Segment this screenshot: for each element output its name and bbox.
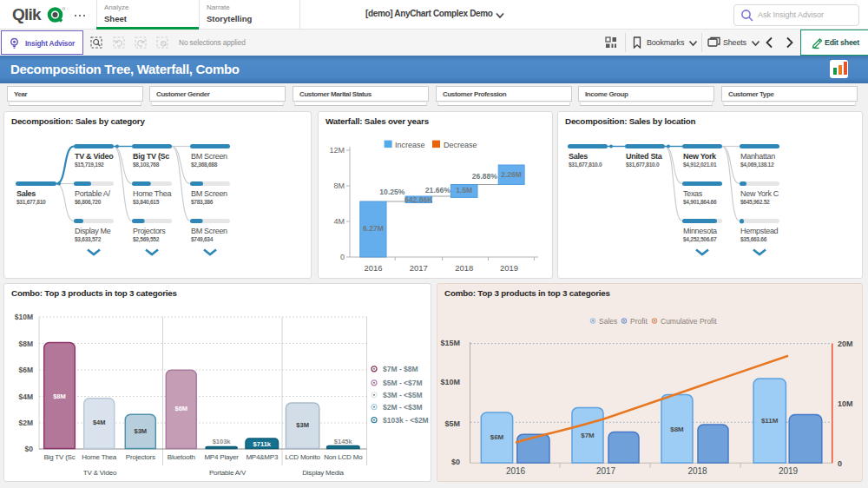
svg-text:Display Media: Display Media: [302, 469, 344, 477]
svg-text:2016: 2016: [364, 263, 382, 273]
svg-text:LCD Monito: LCD Monito: [285, 453, 320, 461]
svg-text:Non LCD Mo: Non LCD Mo: [324, 453, 363, 461]
svg-text:$6M: $6M: [175, 405, 188, 412]
svg-text:Projectors: Projectors: [126, 453, 155, 461]
svg-text:$645,962.52: $645,962.52: [740, 199, 770, 206]
svg-text:$6M: $6M: [18, 366, 33, 374]
svg-text:$8M: $8M: [670, 425, 684, 433]
svg-text:2019: 2019: [779, 466, 799, 476]
svg-text:$2M: $2M: [18, 419, 33, 427]
svg-text:$8M: $8M: [53, 392, 66, 400]
svg-text:Home Thea: Home Thea: [133, 189, 171, 198]
svg-text:2.26M: 2.26M: [501, 170, 522, 179]
svg-text:$103k - <$2M: $103k - <$2M: [383, 416, 429, 425]
svg-text:BM Screen: BM Screen: [191, 189, 227, 198]
svg-text:Texas: Texas: [683, 189, 703, 198]
svg-text:Bluetooth: Bluetooth: [168, 453, 195, 461]
svg-text:$5M - <$7M: $5M - <$7M: [383, 379, 423, 387]
svg-text:Big TV (Sc: Big TV (Sc: [43, 453, 75, 461]
svg-text:21.66%: 21.66%: [425, 186, 451, 195]
svg-text:$31,677,810.0: $31,677,810.0: [626, 162, 660, 168]
svg-text:2018: 2018: [687, 466, 707, 476]
svg-text:MP4 Player: MP4 Player: [204, 453, 239, 461]
svg-text:2017: 2017: [410, 263, 428, 273]
svg-text:TV & Video: TV & Video: [83, 469, 117, 477]
svg-text:$4,901,864.66: $4,901,864.66: [683, 199, 717, 206]
svg-text:BM Screen: BM Screen: [191, 152, 227, 161]
svg-text:20M: 20M: [838, 340, 853, 348]
svg-text:$4M: $4M: [18, 392, 33, 401]
svg-text:$783,386: $783,386: [191, 199, 214, 206]
svg-text:Minnesota: Minnesota: [683, 227, 717, 235]
svg-text:$711k: $711k: [253, 440, 272, 448]
svg-text:$15M: $15M: [440, 339, 460, 347]
svg-text:$31,677,810.0: $31,677,810.0: [569, 162, 602, 168]
svg-text:United Sta: United Sta: [626, 152, 663, 161]
svg-text:26.88%: 26.88%: [472, 172, 498, 181]
svg-text:$15,719,192: $15,719,192: [75, 162, 104, 168]
svg-text:$6M: $6M: [490, 433, 504, 441]
svg-text:4M: 4M: [333, 217, 345, 226]
svg-text:$31,677,810: $31,677,810: [16, 199, 46, 206]
svg-text:$103k: $103k: [213, 438, 232, 445]
svg-text:0: 0: [838, 459, 842, 468]
svg-text:$2,569,552: $2,569,552: [133, 236, 160, 243]
svg-text:1.5M: 1.5M: [456, 186, 472, 195]
svg-text:Projectors: Projectors: [133, 227, 166, 235]
svg-text:$3,633,572: $3,633,572: [75, 236, 102, 243]
svg-text:Portable A/: Portable A/: [75, 189, 111, 198]
svg-text:$4,912,021.01: $4,912,021.01: [683, 162, 717, 168]
svg-text:Big TV (Sc: Big TV (Sc: [133, 152, 169, 161]
svg-text:MP4&MP3: MP4&MP3: [246, 453, 279, 461]
svg-text:$11M: $11M: [761, 417, 779, 425]
svg-text:$3,840,615: $3,840,615: [133, 199, 160, 206]
svg-text:$0: $0: [25, 445, 34, 453]
svg-text:642.86K: 642.86K: [404, 195, 433, 204]
svg-text:$10M: $10M: [440, 378, 460, 386]
svg-text:$4,252,506.67: $4,252,506.67: [683, 236, 717, 243]
svg-text:$4,069,138.12: $4,069,138.12: [740, 162, 774, 168]
svg-text:$35,663.66: $35,663.66: [740, 236, 767, 243]
svg-text:$6,806,720: $6,806,720: [75, 199, 102, 206]
svg-text:Cumulative Profit: Cumulative Profit: [661, 317, 717, 326]
svg-text:0: 0: [340, 253, 345, 261]
svg-text:2017: 2017: [596, 466, 616, 476]
svg-text:New York C: New York C: [740, 189, 779, 198]
svg-text:$7M: $7M: [581, 432, 595, 439]
svg-text:$145k: $145k: [334, 438, 353, 445]
svg-text:Hempstead: Hempstead: [740, 227, 779, 235]
svg-text:$3M - <$5M: $3M - <$5M: [383, 391, 423, 399]
svg-text:$7M - $8M: $7M - $8M: [383, 365, 418, 373]
svg-text:Portable A/V: Portable A/V: [209, 469, 247, 477]
svg-text:8M: 8M: [333, 181, 345, 190]
svg-text:$2,368,688: $2,368,688: [191, 162, 218, 168]
svg-text:Sales: Sales: [599, 317, 617, 326]
svg-text:$2M - <$3M: $2M - <$3M: [383, 403, 423, 412]
svg-text:Sales: Sales: [569, 152, 588, 161]
svg-text:$10M: $10M: [15, 313, 33, 321]
svg-text:$3M: $3M: [296, 421, 309, 429]
svg-text:$749,634: $749,634: [191, 236, 214, 243]
svg-text:Manhattan: Manhattan: [740, 152, 775, 161]
svg-text:Home Thea: Home Thea: [82, 453, 117, 461]
svg-text:$8M: $8M: [18, 340, 33, 348]
svg-text:2016: 2016: [506, 466, 526, 476]
svg-text:2019: 2019: [500, 263, 518, 273]
svg-text:$8,103,768: $8,103,768: [133, 162, 160, 168]
svg-text:Increase: Increase: [395, 141, 425, 149]
svg-text:$5M: $5M: [444, 419, 460, 428]
svg-text:12M: 12M: [329, 146, 345, 155]
svg-text:6.27M: 6.27M: [363, 224, 384, 233]
svg-text:10M: 10M: [838, 399, 853, 408]
svg-text:Sales: Sales: [16, 189, 36, 198]
svg-text:New York: New York: [683, 152, 717, 161]
svg-text:Decrease: Decrease: [444, 141, 477, 149]
svg-text:10.25%: 10.25%: [379, 188, 405, 196]
svg-text:2018: 2018: [455, 263, 473, 273]
svg-text:TV & Video: TV & Video: [75, 152, 114, 161]
svg-text:BM Screen: BM Screen: [191, 227, 227, 235]
svg-text:Profit: Profit: [630, 317, 648, 326]
svg-text:$0: $0: [451, 458, 460, 466]
svg-text:$3M: $3M: [135, 427, 148, 435]
svg-text:$4M: $4M: [93, 419, 106, 426]
